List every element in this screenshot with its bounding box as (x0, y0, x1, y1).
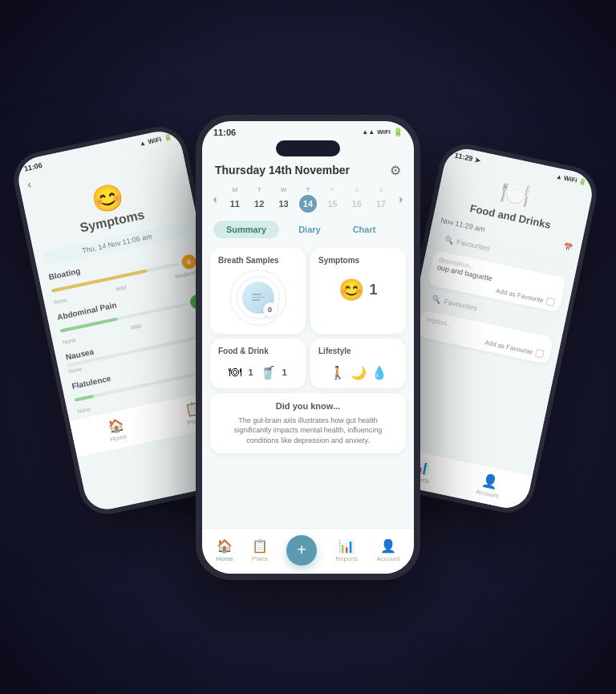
left-nav-home[interactable]: 🏠 Home (106, 416, 128, 444)
plans-nav-icon: 📋 (252, 538, 268, 554)
nav-plus-button[interactable]: + (286, 535, 317, 566)
walk-icon: 🚶 (330, 365, 346, 380)
home-nav-icon: 🏠 (217, 538, 233, 554)
checkbox-1[interactable] (545, 297, 555, 306)
breath-visual: 0 (230, 270, 286, 326)
plus-icon: + (297, 541, 306, 559)
cal-day-15[interactable]: F 15 (321, 186, 343, 213)
tab-summary[interactable]: Summary (213, 221, 279, 238)
center-status-bar: 11:06 ▲▲ WiFi 🔋 (202, 121, 414, 140)
date-title: Thursday 14th November (215, 164, 350, 177)
account-icon-right: 👤 (480, 473, 500, 491)
breath-circle: 0 (242, 282, 274, 314)
food-drink-icon: 🥤 (260, 365, 276, 380)
symptom-face-icon: 😊 (338, 278, 364, 302)
food-plate-icon: 🍽 (229, 365, 241, 379)
breath-card-title: Breath Samples (218, 256, 279, 265)
dyk-text: The gut-brain axis illustrates how gut h… (220, 416, 396, 446)
cal-prev-button[interactable]: ‹ (210, 193, 221, 205)
did-you-know-card: Did you know... The gut-brain axis illus… (210, 393, 406, 454)
center-header: Thursday 14th November ⚙ (202, 156, 414, 183)
food-card-title: Food & Drink (218, 347, 269, 355)
reports-nav-icon: 📊 (338, 538, 355, 554)
account-nav-icon: 👤 (380, 538, 396, 554)
wifi-icon: WiFi (377, 128, 391, 136)
battery-icon: 🔋 (393, 128, 403, 136)
symptoms-card-title: Symptoms (318, 256, 359, 265)
back-button[interactable]: ‹ (26, 177, 33, 191)
nav-home[interactable]: 🏠 Home (217, 538, 233, 562)
search-icon-2: 🔍 (432, 295, 442, 305)
food-icon: 🍽️ (498, 177, 533, 211)
nav-account[interactable]: 👤 Account (377, 538, 400, 562)
bottom-nav: 🏠 Home 📋 Plans + 📊 Reports 👤 Account (202, 528, 414, 574)
symptom-count: 1 (369, 282, 377, 298)
breath-samples-card: Breath Samples 0 (210, 248, 306, 334)
breath-count: 0 (263, 302, 278, 317)
dyk-title: Did you know... (220, 401, 396, 411)
cal-day-11[interactable]: M 11 (224, 186, 246, 213)
calendar-strip: ‹ M 11 T 12 W 13 T (202, 183, 414, 216)
cal-next-button[interactable]: › (395, 193, 406, 205)
cal-days: M 11 T 12 W 13 T 14 (224, 186, 393, 213)
home-nav-label: Home (217, 555, 233, 562)
calendar-icon[interactable]: 📅 (563, 242, 573, 252)
home-icon: 🏠 (107, 416, 126, 435)
plans-nav-label: Plans (252, 555, 268, 562)
account-nav-label: Account (377, 555, 400, 562)
dynamic-island (276, 140, 340, 156)
food-count: 1 (248, 367, 253, 377)
search-icon-1: 🔍 (444, 235, 455, 245)
cal-day-16[interactable]: S 16 (346, 186, 368, 213)
left-time: 11:06 (23, 161, 43, 173)
smiley-icon: 😊 (88, 180, 126, 216)
tabs-row: Summary Diary Chart (202, 216, 414, 243)
cal-day-12[interactable]: T 12 (248, 186, 270, 213)
checkbox-2[interactable] (535, 349, 545, 359)
tab-diary[interactable]: Diary (286, 221, 334, 238)
right-nav-account[interactable]: 👤 Account (476, 472, 504, 500)
lifestyle-card: Lifestyle 🚶 🌙 💧 (310, 339, 406, 388)
symptoms-card: Symptoms 😊 1 (310, 248, 406, 334)
symptom-icon-area: 😊 1 (338, 278, 377, 302)
reports-nav-label: Reports (335, 555, 358, 562)
nav-reports[interactable]: 📊 Reports (335, 538, 358, 562)
lifestyle-icons-row: 🚶 🌙 💧 (330, 365, 387, 380)
cal-day-14[interactable]: T 14 (297, 186, 319, 213)
moon-icon: 🌙 (351, 365, 367, 380)
flatulence-fill (75, 395, 95, 402)
food-icons-row: 🍽 1 🥤 1 (229, 365, 286, 380)
signal-icon: ▲▲ (362, 128, 375, 136)
center-status-icons: ▲▲ WiFi 🔋 (362, 128, 403, 136)
scene: 11:06 ▲WiFi🔋 ‹ 😊 Symptoms Thu, 14 Nov 11… (0, 0, 616, 694)
cal-day-13[interactable]: W 13 (272, 186, 294, 213)
cal-day-17[interactable]: S 17 (370, 186, 392, 213)
main-content: Breath Samples 0 (202, 243, 414, 528)
nav-plans[interactable]: 📋 Plans (252, 538, 268, 562)
food-drink-card: Food & Drink 🍽 1 🥤 1 (210, 339, 306, 388)
center-time: 11:06 (213, 128, 236, 137)
drink-count: 1 (282, 367, 287, 377)
lifestyle-card-title: Lifestyle (318, 347, 351, 355)
nausea-fill (67, 364, 68, 367)
tab-chart[interactable]: Chart (340, 221, 389, 238)
water-icon: 💧 (371, 365, 387, 380)
settings-gear-icon[interactable]: ⚙ (390, 163, 401, 178)
wind-icon (252, 294, 265, 301)
phone-center: 11:06 ▲▲ WiFi 🔋 Thursday 14th November ⚙… (196, 115, 420, 580)
summary-grid: Breath Samples 0 (210, 248, 406, 388)
